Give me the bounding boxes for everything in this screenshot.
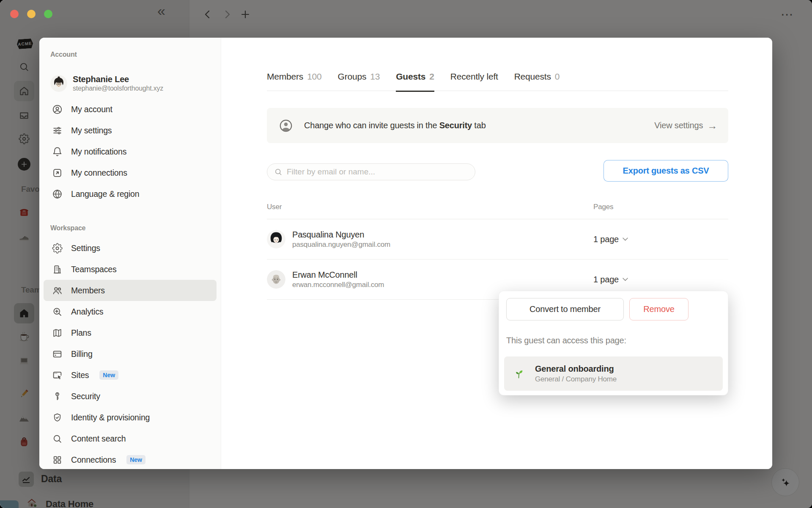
tab-count: 13 [370, 72, 380, 82]
export-guests-csv-button[interactable]: Export guests as CSV [604, 160, 728, 182]
sidebar-item-label: My settings [71, 126, 112, 135]
guest-actions-popover: Convert to member Remove This guest can … [499, 291, 728, 395]
invite-guests-banner: Change who can invite guests in the Secu… [267, 108, 728, 143]
remove-guest-button[interactable]: Remove [629, 298, 689, 320]
analytics-icon [52, 306, 63, 317]
tab-recently-left[interactable]: Recently left [450, 72, 498, 92]
member-tabs: Members100 Groups13 Guests2 Recently lef… [267, 72, 560, 92]
members-settings-main: Members100 Groups13 Guests2 Recently lef… [221, 38, 772, 469]
person-circle-icon [279, 119, 293, 133]
sidebar-item-security[interactable]: Security [44, 386, 217, 407]
gear-icon [52, 243, 63, 254]
account-section-header: Account [39, 49, 221, 61]
column-header-user: User [267, 203, 282, 211]
tab-label: Recently left [450, 72, 498, 82]
sidebar-item-label: Members [71, 286, 105, 295]
sidebar-item-language-region[interactable]: Language & region [44, 183, 217, 204]
tab-count: 100 [307, 72, 321, 82]
arrow-right-icon: → [707, 120, 717, 132]
sidebar-item-identity-provisioning[interactable]: Identity & provisioning [44, 407, 217, 428]
sidebar-item-members[interactable]: Members [44, 280, 217, 301]
account-menu: My account My settings My notifications … [39, 99, 221, 204]
sidebar-item-my-account[interactable]: My account [44, 99, 217, 120]
workspace-section-header: Workspace [39, 222, 221, 234]
pages-dropdown[interactable]: 1 page [593, 275, 628, 284]
tab-label: Groups [338, 72, 367, 82]
grid-icon [52, 455, 63, 465]
pages-count: 1 page [593, 235, 619, 244]
user-name: Stephanie Lee [73, 74, 163, 84]
tab-groups[interactable]: Groups13 [338, 72, 380, 92]
convert-to-member-button[interactable]: Convert to member [506, 298, 624, 320]
workspace-menu: Settings Teamspaces Members Analytics Pl… [39, 237, 221, 469]
tab-count: 0 [555, 72, 560, 82]
chevron-down-icon [623, 278, 628, 282]
banner-text: Change who can invite guests in the Secu… [304, 121, 486, 130]
guest-filter [267, 163, 475, 180]
sidebar-item-settings[interactable]: Settings [44, 237, 217, 259]
pages-count: 1 page [593, 275, 619, 284]
view-settings-label: View settings [654, 121, 703, 130]
tab-requests[interactable]: Requests0 [514, 72, 560, 92]
person-circle-icon [52, 104, 63, 115]
sidebar-item-sites[interactable]: Sites New [44, 364, 217, 386]
tab-count: 2 [429, 72, 434, 82]
avatar [50, 75, 67, 92]
sidebar-item-my-settings[interactable]: My settings [44, 120, 217, 141]
traffic-lights [10, 10, 52, 18]
current-user-row[interactable]: Stephanie Lee stephanie@toolsforthought.… [44, 72, 217, 95]
pages-dropdown[interactable]: 1 page [593, 235, 628, 244]
new-badge: New [126, 455, 145, 464]
globe-icon [52, 189, 63, 199]
new-badge: New [99, 370, 118, 380]
settings-modal: Account Stephanie Lee stephanie@toolsfor… [39, 38, 772, 469]
sidebar-item-content-search[interactable]: Content search [44, 428, 217, 449]
sidebar-item-plans[interactable]: Plans [44, 322, 217, 343]
sidebar-item-label: Plans [71, 328, 91, 338]
sidebar-item-analytics[interactable]: Analytics [44, 301, 217, 322]
guest-email: erwan.mcconnell@gmail.com [292, 280, 384, 290]
browser-cursor-icon [52, 370, 63, 381]
sidebar-item-label: Billing [71, 349, 93, 359]
map-icon [52, 328, 63, 338]
sidebar-item-label: My notifications [71, 147, 126, 157]
key-icon [52, 391, 63, 402]
sidebar-item-label: Teamspaces [71, 265, 116, 274]
sidebar-item-my-connections[interactable]: My connections [44, 162, 217, 183]
page-title: General onboarding [535, 364, 617, 374]
sidebar-item-billing[interactable]: Billing [44, 343, 217, 364]
app-window: « ⋯ ACME Favorites Teamspaces Data Data … [0, 0, 812, 508]
sidebar-item-connections[interactable]: Connections New [44, 449, 217, 469]
guest-name: Erwan McConnell [292, 270, 384, 280]
zoom-window-button[interactable] [44, 10, 52, 18]
sidebar-item-teamspaces[interactable]: Teamspaces [44, 259, 217, 280]
building-icon [52, 264, 63, 275]
sidebar-item-label: Identity & provisioning [71, 413, 150, 422]
minimize-window-button[interactable] [27, 10, 36, 18]
view-settings-link[interactable]: View settings → [654, 120, 717, 132]
sidebar-item-label: Security [71, 392, 100, 401]
accessible-page-item[interactable]: General onboarding General / Company Hom… [504, 356, 723, 391]
guests-table: User Pages Pasqualina Nguyen pasquali [267, 195, 728, 300]
tab-members[interactable]: Members100 [267, 72, 322, 92]
credit-card-icon [52, 349, 63, 359]
guests-table-header: User Pages [267, 195, 728, 219]
tab-guests[interactable]: Guests2 [396, 72, 434, 92]
sidebar-item-label: Analytics [71, 307, 103, 317]
user-email: stephanie@toolsforthought.xyz [73, 84, 163, 93]
members-icon [52, 285, 63, 296]
sidebar-item-label: Settings [71, 243, 100, 253]
sidebar-item-label: My connections [71, 168, 127, 178]
bell-icon [52, 146, 63, 157]
guest-name: Pasqualina Nguyen [292, 229, 390, 240]
page-breadcrumb: General / Company Home [535, 374, 617, 384]
close-window-button[interactable] [10, 10, 19, 18]
settings-sidebar: Account Stephanie Lee stephanie@toolsfor… [39, 38, 221, 469]
filter-guests-input[interactable] [267, 163, 475, 180]
sidebar-item-label: Sites [71, 370, 89, 380]
sidebar-item-my-notifications[interactable]: My notifications [44, 141, 217, 162]
chevron-down-icon [623, 237, 628, 241]
sidebar-item-label: Content search [71, 434, 126, 444]
sidebar-item-label: Language & region [71, 189, 139, 199]
column-header-pages: Pages [593, 203, 613, 211]
